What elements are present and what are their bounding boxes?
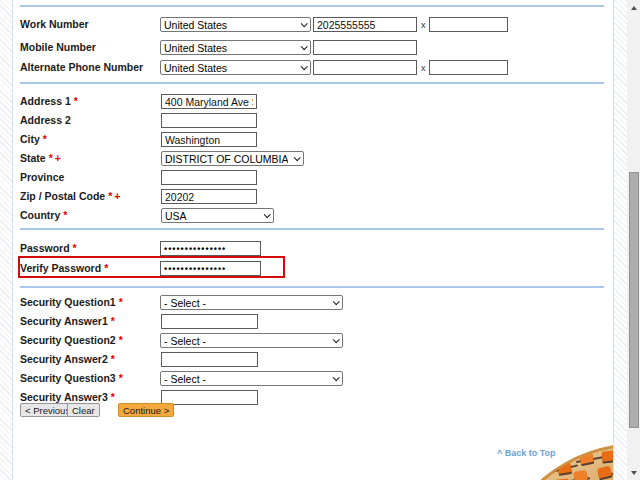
chevron-down-icon	[301, 63, 308, 70]
security-question1-select[interactable]: - Select -	[160, 295, 343, 310]
back-to-top-link[interactable]: ^ Back to Top	[497, 448, 556, 458]
address2-label: Address 2	[20, 114, 71, 126]
chevron-down-icon	[333, 298, 340, 305]
alternate-number-label: Alternate Phone Number	[20, 61, 143, 73]
zip-row: Zip / Postal Code*+	[14, 189, 613, 205]
address1-label: Address 1*	[20, 95, 78, 107]
security-answer1-label: Security Answer1*	[20, 315, 115, 327]
country-value: USA	[165, 210, 187, 222]
country-label: Country*	[20, 209, 67, 221]
address1-row: Address 1*	[14, 94, 613, 110]
work-number-label: Work Number	[20, 18, 89, 30]
country-row: Country* USA	[14, 208, 613, 224]
scrollbar-thumb[interactable]	[629, 172, 639, 428]
chevron-down-icon	[294, 154, 301, 161]
alternate-ext-separator: x	[421, 63, 426, 73]
registration-form: Work Number United States x Mobile Numbe…	[14, 0, 613, 480]
work-ext-input[interactable]	[429, 17, 508, 32]
chevron-down-icon	[264, 211, 271, 218]
zip-input[interactable]	[161, 189, 257, 204]
password-row: Password*	[14, 241, 613, 257]
scroll-up-button[interactable]	[627, 0, 640, 15]
section-divider	[20, 5, 604, 7]
mobile-number-label: Mobile Number	[20, 41, 96, 53]
verify-password-row: Verify Password*	[14, 261, 613, 277]
chevron-down-icon	[333, 336, 340, 343]
security-question2-label: Security Question2*	[20, 334, 123, 346]
province-input[interactable]	[161, 170, 257, 185]
page-right-margin	[613, 0, 627, 480]
chevron-down-icon	[333, 374, 340, 381]
security-question3-label: Security Question3*	[20, 372, 123, 384]
verify-password-label: Verify Password*	[20, 262, 108, 274]
section-divider	[20, 286, 604, 288]
security-question2-row: Security Question2* - Select -	[14, 333, 613, 349]
password-input[interactable]	[160, 241, 261, 256]
security-answer1-row: Security Answer1*	[14, 314, 613, 330]
up-arrow-icon	[631, 6, 637, 10]
work-number-row: Work Number United States x	[14, 17, 613, 33]
state-label: State*+	[20, 152, 61, 164]
security-question3-value: - Select -	[164, 373, 206, 385]
security-answer2-row: Security Answer2*	[14, 352, 613, 368]
password-label: Password*	[20, 242, 77, 254]
security-answer3-label: Security Answer3*	[20, 391, 115, 403]
address2-row: Address 2	[14, 113, 613, 129]
alternate-number-row: Alternate Phone Number United States x	[14, 60, 613, 76]
chevron-down-icon	[301, 43, 308, 50]
mobile-country-select[interactable]: United States	[160, 40, 311, 55]
city-label: City*	[20, 133, 47, 145]
work-country-select[interactable]: United States	[160, 17, 311, 32]
city-row: City*	[14, 132, 613, 148]
state-value: DISTRICT OF COLUMBIA	[165, 153, 288, 165]
security-answer2-input[interactable]	[161, 352, 258, 367]
alternate-number-input[interactable]	[313, 60, 417, 75]
continue-button[interactable]: Continue >	[118, 403, 174, 417]
security-answer1-input[interactable]	[161, 314, 258, 329]
province-label: Province	[20, 171, 64, 183]
chevron-down-icon	[301, 20, 308, 27]
alternate-ext-input[interactable]	[429, 60, 508, 75]
security-answer3-row: Security Answer3*	[14, 390, 613, 406]
city-input[interactable]	[161, 132, 257, 147]
mobile-number-row: Mobile Number United States	[14, 40, 613, 56]
scroll-down-button[interactable]	[627, 465, 640, 480]
vertical-scrollbar[interactable]	[627, 0, 640, 480]
alternate-country-select[interactable]: United States	[160, 60, 311, 75]
alternate-country-value: United States	[164, 62, 227, 74]
security-question1-label: Security Question1*	[20, 296, 123, 308]
section-divider	[20, 228, 604, 230]
clear-button[interactable]: Clear	[67, 403, 100, 417]
province-row: Province	[14, 170, 613, 186]
security-question3-row: Security Question3* - Select -	[14, 371, 613, 387]
page-left-margin	[0, 0, 13, 480]
address1-input[interactable]	[161, 94, 257, 109]
security-question3-select[interactable]: - Select -	[160, 371, 343, 386]
work-country-value: United States	[164, 19, 227, 31]
work-number-input[interactable]	[313, 17, 417, 32]
down-arrow-icon	[631, 471, 637, 475]
security-question2-value: - Select -	[164, 335, 206, 347]
verify-password-input[interactable]	[160, 261, 261, 276]
mobile-number-input[interactable]	[313, 40, 417, 55]
security-answer3-input[interactable]	[161, 390, 258, 405]
mobile-country-value: United States	[164, 42, 227, 54]
state-row: State*+ DISTRICT OF COLUMBIA	[14, 151, 613, 167]
security-question1-value: - Select -	[164, 297, 206, 309]
address2-input[interactable]	[161, 113, 257, 128]
zip-label: Zip / Postal Code*+	[20, 190, 120, 202]
state-select[interactable]: DISTRICT OF COLUMBIA	[161, 151, 304, 166]
security-question1-row: Security Question1* - Select -	[14, 295, 613, 311]
section-divider	[20, 82, 604, 84]
security-answer2-label: Security Answer2*	[20, 353, 115, 365]
security-question2-select[interactable]: - Select -	[160, 333, 343, 348]
country-select[interactable]: USA	[161, 208, 274, 223]
work-ext-separator: x	[421, 20, 426, 30]
